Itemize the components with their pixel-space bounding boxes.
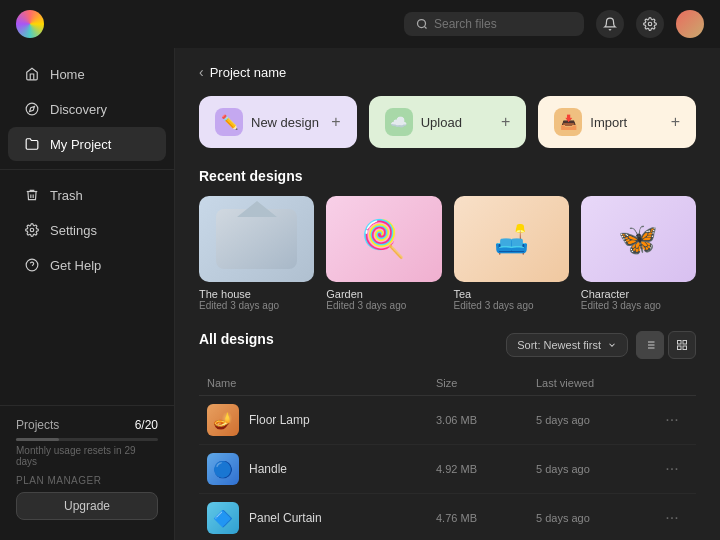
breadcrumb: ‹ Project name: [199, 64, 696, 80]
svg-point-0: [418, 20, 426, 28]
row-name-panel-curtain: 🔷 Panel Curtain: [207, 502, 436, 534]
home-icon: [24, 66, 40, 82]
settings-button[interactable]: [636, 10, 664, 38]
import-icon: 📥: [554, 108, 582, 136]
garden-object: 🍭: [338, 205, 430, 274]
designs-table: Name Size Last viewed 🪔 Floor Lamp 3.06 …: [199, 371, 696, 540]
design-name-panel-curtain: Panel Curtain: [249, 511, 322, 525]
svg-point-2: [648, 22, 652, 26]
thumb-panel-curtain: 🔷: [207, 502, 239, 534]
table-row[interactable]: 🔵 Handle 4.92 MB 5 days ago ···: [199, 445, 696, 494]
house-object: [216, 209, 297, 270]
design-name-handle: Handle: [249, 462, 287, 476]
content-area: ‹ Project name ✏️ New design + ☁️ Upload: [175, 48, 720, 540]
svg-point-3: [26, 103, 38, 115]
sidebar-home-label: Home: [50, 67, 85, 82]
search-icon: [416, 18, 428, 30]
upload-icon: ☁️: [385, 108, 413, 136]
main-layout: Home Discovery My Project: [0, 48, 720, 540]
svg-rect-15: [683, 341, 687, 345]
more-menu-panel-curtain[interactable]: ···: [656, 509, 688, 527]
new-design-label: New design: [251, 115, 319, 130]
card-left: ☁️ Upload: [385, 108, 462, 136]
grid-view-button[interactable]: [668, 331, 696, 359]
thumb-handle: 🔵: [207, 453, 239, 485]
recent-section-title: Recent designs: [199, 168, 696, 184]
sidebar-item-trash[interactable]: Trash: [8, 178, 166, 212]
help-icon: [24, 257, 40, 273]
grid-icon: [676, 339, 688, 351]
sidebar-item-settings[interactable]: Settings: [8, 213, 166, 247]
row-name-handle: 🔵 Handle: [207, 453, 436, 485]
sidebar-item-my-project[interactable]: My Project: [8, 127, 166, 161]
viewed-floor-lamp: 5 days ago: [536, 414, 656, 426]
card-left: ✏️ New design: [215, 108, 319, 136]
view-controls: [636, 331, 696, 359]
table-row[interactable]: 🪔 Floor Lamp 3.06 MB 5 days ago ···: [199, 396, 696, 445]
plan-label: PLAN MANAGER: [16, 475, 158, 486]
more-menu-handle[interactable]: ···: [656, 460, 688, 478]
back-button[interactable]: ‹: [199, 64, 204, 80]
svg-rect-16: [683, 346, 687, 350]
project-name: Project name: [210, 65, 287, 80]
table-header: Name Size Last viewed: [199, 371, 696, 396]
sidebar-settings-label: Settings: [50, 223, 97, 238]
sidebar-item-home[interactable]: Home: [8, 57, 166, 91]
sidebar-trash-label: Trash: [50, 188, 83, 203]
compass-icon: [24, 101, 40, 117]
projects-count: 6/20: [135, 418, 158, 432]
avatar[interactable]: [676, 10, 704, 38]
import-card[interactable]: 📥 Import +: [538, 96, 696, 148]
gear-icon: [643, 17, 657, 31]
recent-card-tea[interactable]: 🛋️ Tea Edited 3 days ago: [454, 196, 569, 311]
sidebar-get-help-label: Get Help: [50, 258, 101, 273]
svg-point-5: [30, 228, 34, 232]
col-last-viewed: Last viewed: [536, 377, 656, 389]
recent-card-character[interactable]: 🦋 Character Edited 3 days ago: [581, 196, 696, 311]
list-view-button[interactable]: [636, 331, 664, 359]
table-row[interactable]: 🔷 Panel Curtain 4.76 MB 5 days ago ···: [199, 494, 696, 540]
folder-icon: [24, 136, 40, 152]
search-bar[interactable]: [404, 12, 584, 36]
thumb-floor-lamp: 🪔: [207, 404, 239, 436]
new-design-icon: ✏️: [215, 108, 243, 136]
sidebar-bottom: Projects 6/20 Monthly usage resets in 29…: [0, 405, 174, 532]
new-design-card[interactable]: ✏️ New design +: [199, 96, 357, 148]
viewed-panel-curtain: 5 days ago: [536, 512, 656, 524]
size-handle: 4.92 MB: [436, 463, 536, 475]
recent-thumb-garden: 🍭: [326, 196, 441, 282]
projects-header: Projects 6/20: [16, 418, 158, 432]
recent-card-garden[interactable]: 🍭 Garden Edited 3 days ago: [326, 196, 441, 311]
svg-line-1: [424, 26, 426, 28]
all-designs-controls: Sort: Newest first: [506, 331, 696, 359]
tea-object: 🛋️: [465, 205, 557, 274]
app-logo[interactable]: [16, 10, 44, 38]
viewed-handle: 5 days ago: [536, 463, 656, 475]
usage-bar-fill: [16, 438, 59, 441]
recent-thumb-house: [199, 196, 314, 282]
action-cards: ✏️ New design + ☁️ Upload + 📥 Import: [199, 96, 696, 148]
recent-thumb-character: 🦋: [581, 196, 696, 282]
upload-card[interactable]: ☁️ Upload +: [369, 96, 527, 148]
row-name-floor-lamp: 🪔 Floor Lamp: [207, 404, 436, 436]
content-inner: ‹ Project name ✏️ New design + ☁️ Upload: [175, 48, 720, 540]
import-plus: +: [671, 113, 680, 131]
search-input[interactable]: [434, 17, 572, 31]
sort-button[interactable]: Sort: Newest first: [506, 333, 628, 357]
recent-label-tea: Tea: [454, 288, 569, 300]
import-label: Import: [590, 115, 627, 130]
recent-card-house[interactable]: The house Edited 3 days ago: [199, 196, 314, 311]
sidebar: Home Discovery My Project: [0, 48, 175, 540]
sidebar-nav: Home Discovery My Project: [0, 56, 174, 405]
sidebar-my-project-label: My Project: [50, 137, 111, 152]
recent-designs-grid: The house Edited 3 days ago 🍭 Garden Edi…: [199, 196, 696, 311]
more-menu-floor-lamp[interactable]: ···: [656, 411, 688, 429]
sort-label: Sort: Newest first: [517, 339, 601, 351]
upgrade-button[interactable]: Upgrade: [16, 492, 158, 520]
sidebar-item-discovery[interactable]: Discovery: [8, 92, 166, 126]
character-object: 🦋: [592, 205, 684, 274]
notification-button[interactable]: [596, 10, 624, 38]
usage-bar-background: [16, 438, 158, 441]
sidebar-item-get-help[interactable]: Get Help: [8, 248, 166, 282]
topbar: [0, 0, 720, 48]
